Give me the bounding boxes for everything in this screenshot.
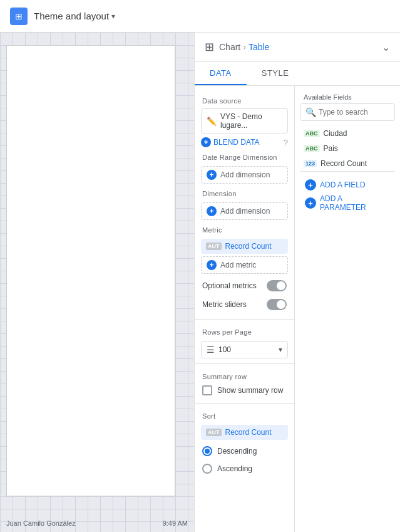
tab-style[interactable]: STYLE [247,62,304,85]
add-date-dimension-label: Add dimension [220,170,270,179]
add-field-button[interactable]: + ADD A FIELD [305,179,390,190]
canvas-bottom-time: 9:49 AM [163,519,188,527]
sort-chip-label: Record Count [225,428,272,437]
datasource-name: VYS - Demo lugare... [220,112,282,130]
add-date-dimension-icon: + [207,170,217,180]
aut-badge: AUT [206,243,222,250]
summary-row-checkbox-row: Show summary row [195,383,294,398]
divider-2 [195,363,294,364]
rows-per-page-label: Rows per Page [195,325,294,338]
sort-section-label: Sort [195,409,294,422]
datasource-pill[interactable]: ✏️ VYS - Demo lugare... [201,108,288,133]
search-input[interactable] [319,108,400,117]
breadcrumb-prefix: Chart [219,42,240,52]
add-field-label: ADD A FIELD [320,180,366,189]
metric-chip[interactable]: AUT Record Count [201,239,288,254]
metric-chip-label: Record Count [225,242,272,251]
add-metric-box[interactable]: + Add metric [201,256,288,274]
add-dimension-label: Add dimension [220,207,270,216]
main-layout: Juan Camilo González 9:49 AM ⊞ Chart › T… [0,33,400,532]
chart-breadcrumb: Chart › Table [219,42,269,52]
datasource-row: ✏️ VYS - Demo lugare... [201,108,288,133]
optional-metrics-label: Optional metrics [202,281,257,290]
edit-icon: ✏️ [207,117,217,126]
add-parameter-button[interactable]: + ADD A PARAMETER [305,194,390,212]
divider-1 [195,319,294,320]
descending-row[interactable]: Descending [195,442,294,460]
dimension-label: Dimension [195,186,294,200]
canvas-area: Juan Camilo González 9:49 AM [0,33,194,532]
bottom-actions: + ADD A FIELD + ADD A PARAMETER [300,171,395,219]
sort-chip[interactable]: AUT Record Count [201,425,288,440]
metric-sliders-row: Metric sliders [195,295,294,314]
divider-3 [195,403,294,404]
blend-plus-icon: + [201,137,211,147]
breadcrumb-active: Table [249,42,269,52]
summary-row-label: Summary row [195,369,294,383]
rows-icon: ☰ [207,345,215,355]
descending-label: Descending [217,447,257,456]
chart-table-icon: ⊞ [205,40,214,54]
right-panel: ⊞ Chart › Table ⌄ DATA STYLE Data source… [194,33,400,532]
topbar-chevron-icon: ▾ [111,12,115,21]
descending-radio[interactable] [202,446,212,456]
metric-label: Metric [195,222,294,236]
field-item-ciudad[interactable]: ABC Ciudad [300,126,395,141]
add-metric-icon: + [207,260,217,270]
show-summary-label: Show summary row [217,386,283,395]
blend-label: BLEND DATA [213,138,260,147]
datasource-label: Data source [195,93,294,107]
metric-sliders-label: Metric sliders [202,300,247,309]
app-icon[interactable]: ⊞ [10,8,28,25]
chart-header: ⊞ Chart › Table ⌄ [195,33,400,62]
fields-title: Available Fields [300,91,395,103]
field-type-badge-123: 123 [304,160,317,167]
add-dimension-box[interactable]: + Add dimension [201,202,288,220]
add-parameter-icon: + [305,197,316,209]
date-range-label: Date Range Dimension [195,150,294,164]
sort-aut-badge: AUT [206,429,222,436]
chart-header-chevron-icon[interactable]: ⌄ [382,41,390,53]
add-parameter-label: ADD A PARAMETER [320,194,390,212]
canvas-inner [6,45,175,496]
field-item-pais[interactable]: ABC Pais [300,141,395,156]
field-item-record-count[interactable]: 123 Record Count [300,156,395,171]
rows-per-page-arrow-icon: ▾ [279,345,282,354]
add-date-dimension-box[interactable]: + Add dimension [201,166,288,184]
search-icon: 🔍 [305,107,316,117]
optional-metrics-toggle[interactable] [267,280,287,291]
topbar: ⊞ Theme and layout ▾ [0,0,400,33]
tabs-bar: DATA STYLE [195,62,400,86]
panel-body: Data source ✏️ VYS - Demo lugare... + BL… [195,86,400,532]
summary-row-checkbox[interactable] [202,385,212,395]
metric-sliders-toggle[interactable] [267,299,287,310]
blend-help-icon[interactable]: ? [284,138,288,147]
add-dimension-icon: + [207,206,217,216]
field-name-record-count: Record Count [321,159,367,168]
field-type-badge-abc-2: ABC [304,145,320,152]
ascending-row[interactable]: Ascending [195,460,294,477]
topbar-title: Theme and layout [34,11,109,21]
topbar-title-dropdown[interactable]: Theme and layout ▾ [34,11,115,21]
field-type-badge-abc: ABC [304,130,320,137]
search-box[interactable]: 🔍 [300,103,395,121]
ascending-radio[interactable] [202,464,212,474]
add-field-icon: + [305,179,316,190]
rows-per-page-value: 100 [218,345,275,354]
ascending-label: Ascending [217,464,252,473]
blend-row[interactable]: + BLEND DATA ? [195,135,294,150]
rows-per-page-select[interactable]: ☰ 100 ▾ [201,341,288,358]
tab-data[interactable]: DATA [195,62,247,85]
config-panel: Data source ✏️ VYS - Demo lugare... + BL… [195,86,295,532]
optional-metrics-row: Optional metrics [195,276,294,295]
breadcrumb-arrow-icon: › [243,42,246,52]
field-name-ciudad: Ciudad [324,129,347,138]
fields-panel: Available Fields 🔍 ABC Ciudad ABC Pais 1… [295,86,400,532]
field-name-pais: Pais [324,144,338,153]
canvas-bottom-name: Juan Camilo González [6,519,76,527]
add-metric-label: Add metric [220,261,256,269]
